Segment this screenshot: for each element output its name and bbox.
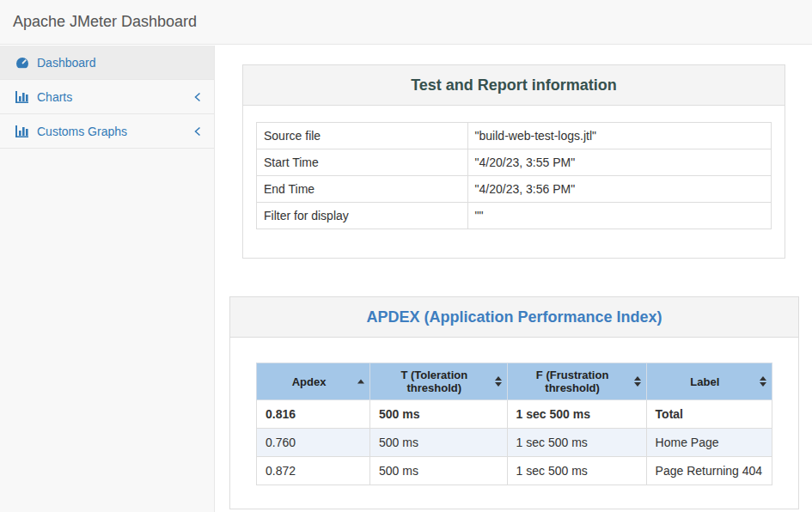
apdex-value: 0.760 (257, 429, 370, 457)
sort-ascending-icon (357, 380, 364, 384)
sidebar: Dashboard Charts (0, 46, 215, 512)
table-row: Source file "build-web-test-logs.jtl" (257, 123, 772, 149)
sort-both-icon (634, 376, 641, 387)
apdex-panel: APDEX (Application Performance Index) Ap… (229, 296, 799, 509)
tachometer-icon (15, 56, 29, 70)
bar-chart-icon (15, 91, 29, 103)
sidebar-item-label: Dashboard (37, 56, 96, 70)
sidebar-item-dashboard[interactable]: Dashboard (0, 46, 214, 80)
frustration-value: 1 sec 500 ms (507, 429, 646, 457)
info-value: "4/20/23, 3:56 PM" (467, 176, 771, 203)
column-header-label-col[interactable]: Label (646, 363, 772, 400)
test-info-table: Source file "build-web-test-logs.jtl" St… (256, 122, 772, 229)
table-row: End Time "4/20/23, 3:56 PM" (257, 176, 772, 203)
sidebar-item-customs-graphs[interactable]: Customs Graphs (0, 114, 214, 149)
info-label: End Time (257, 176, 468, 203)
sidebar-item-label: Customs Graphs (37, 125, 127, 138)
chevron-left-icon (193, 92, 202, 102)
bar-chart-icon (15, 125, 29, 137)
table-row: Filter for display "" (257, 203, 772, 229)
frustration-value: 1 sec 500 ms (507, 400, 646, 429)
column-header-label: T (Toleration threshold) (400, 369, 467, 394)
label-value: Home Page (646, 429, 772, 457)
info-value: "build-web-test-logs.jtl" (467, 123, 771, 149)
apdex-table: Apdex T (Toleration threshold) F (Frustr… (256, 363, 772, 485)
main-content: Test and Report information Source file … (216, 46, 812, 512)
label-value: Total (646, 400, 772, 429)
toleration-value: 500 ms (370, 429, 508, 457)
apdex-value: 0.872 (257, 457, 370, 485)
sort-both-icon (760, 376, 766, 387)
apdex-value: 0.816 (257, 400, 370, 429)
table-row: 0.872 500 ms 1 sec 500 ms Page Returning… (257, 457, 772, 485)
test-info-panel: Test and Report information Source file … (242, 64, 785, 259)
frustration-value: 1 sec 500 ms (507, 457, 646, 485)
column-header-frustration[interactable]: F (Frustration threshold) (507, 363, 646, 400)
sidebar-item-charts[interactable]: Charts (0, 80, 214, 114)
info-label: Source file (257, 123, 468, 149)
chevron-left-icon (193, 126, 202, 137)
column-header-apdex[interactable]: Apdex (257, 363, 370, 400)
info-label: Filter for display (257, 203, 468, 229)
info-label: Start Time (257, 149, 468, 176)
test-info-panel-title: Test and Report information (243, 65, 785, 106)
column-header-label: Apdex (292, 375, 327, 388)
navbar: Apache JMeter Dashboard (0, 0, 812, 45)
column-header-label: Label (690, 375, 719, 388)
info-value: "" (467, 203, 771, 229)
label-value: Page Returning 404 (646, 457, 772, 485)
column-header-label: F (Frustration threshold) (536, 369, 609, 394)
toleration-value: 500 ms (370, 400, 508, 429)
apdex-panel-title: APDEX (Application Performance Index) (230, 297, 798, 338)
sort-both-icon (495, 376, 502, 387)
table-row: Start Time "4/20/23, 3:55 PM" (257, 149, 772, 176)
table-row: 0.760 500 ms 1 sec 500 ms Home Page (257, 429, 772, 457)
info-value: "4/20/23, 3:55 PM" (467, 149, 771, 176)
sidebar-item-label: Charts (37, 90, 72, 104)
table-header-row: Apdex T (Toleration threshold) F (Frustr… (257, 363, 772, 400)
app-title: Apache JMeter Dashboard (13, 13, 197, 31)
column-header-toleration[interactable]: T (Toleration threshold) (370, 363, 508, 400)
toleration-value: 500 ms (370, 457, 508, 485)
table-row: 0.816 500 ms 1 sec 500 ms Total (257, 400, 772, 429)
